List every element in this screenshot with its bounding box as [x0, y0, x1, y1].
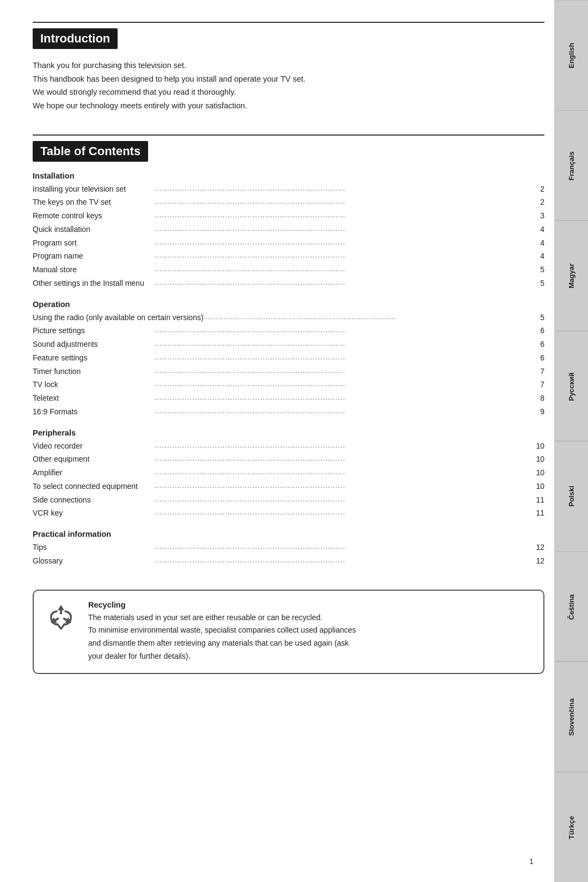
toc-entry-label: Other settings in the Install menu — [33, 277, 152, 290]
toc-section: Table of Contents InstallationInstalling… — [33, 134, 544, 568]
toc-entry-page: 11 — [534, 506, 544, 520]
toc-entry-label: Quick installation — [33, 223, 152, 236]
toc-category-label: Operation — [33, 300, 544, 309]
toc-entry-label: Feature settings — [33, 351, 152, 365]
toc-entry-label: Remote control keys — [33, 209, 152, 223]
toc-entry-label: Teletext — [33, 391, 152, 405]
toc-entry-label: VCR key — [33, 506, 152, 520]
toc-entry-dots: ........................................… — [155, 351, 531, 364]
toc-entry-label: 16:9 Formats — [33, 405, 152, 419]
toc-entry-dots: ........................................… — [155, 182, 531, 195]
toc-entry-page: 4 — [534, 249, 544, 263]
lang-tab-čeština[interactable]: Čeština — [554, 552, 588, 662]
toc-entry: Amplifier ..............................… — [33, 466, 544, 480]
page-number: 1 — [529, 857, 534, 866]
toc-entry: Quick installation .....................… — [33, 223, 544, 236]
lang-tab-русский[interactable]: Русский — [554, 331, 588, 442]
toc-entry-label: To select connected equipment — [33, 480, 152, 493]
toc-entry: Other equipment ........................… — [33, 452, 544, 466]
toc-entry-page: 7 — [534, 365, 544, 378]
toc-entry: Manual store ...........................… — [33, 263, 544, 277]
toc-entry-page: 7 — [534, 378, 544, 391]
toc-entry-page: 6 — [534, 338, 544, 351]
toc-entry: Teletext ...............................… — [33, 391, 544, 405]
toc-entry-page: 6 — [534, 351, 544, 365]
intro-section: Introduction Thank you for purchasing th… — [33, 22, 544, 113]
recycling-line: and dismantle them after retrieving any … — [88, 637, 356, 650]
toc-entry-page: 9 — [534, 405, 544, 419]
toc-entry-page: 5 — [534, 263, 544, 277]
toc-entry-dots: ........................................… — [155, 209, 531, 222]
toc-entry-dots: ........................................… — [155, 324, 531, 336]
toc-entry-label: Using the radio (only available on certa… — [33, 311, 204, 324]
toc-category: OperationUsing the radio (only available… — [33, 300, 544, 419]
toc-entry: To select connected equipment ..........… — [33, 480, 544, 493]
toc-entry-label: Program name — [33, 249, 152, 263]
toc-entry: Program sort ...........................… — [33, 236, 544, 250]
toc-entry: Feature settings .......................… — [33, 351, 544, 365]
toc-entry-dots: ........................................… — [155, 480, 531, 492]
toc-entry-dots: ........................................… — [155, 506, 531, 519]
toc-category: Practical informationTips ..............… — [33, 530, 544, 568]
toc-entry-dots: ........................................… — [155, 466, 531, 479]
toc-entry-dots: ........................................… — [155, 223, 531, 235]
toc-entry-label: Video recorder — [33, 439, 152, 453]
toc-entry-page: 10 — [534, 466, 544, 480]
toc-entry-label: Glossary — [33, 554, 152, 568]
intro-line: We hope our technology meets entirely wi… — [33, 99, 544, 113]
toc-category: PeripheralsVideo recorder ..............… — [33, 428, 544, 520]
lang-tab-français[interactable]: Français — [554, 111, 588, 221]
toc-entry-page: 10 — [534, 439, 544, 453]
lang-tab-english[interactable]: English — [554, 0, 588, 111]
toc-entry-page: 5 — [534, 311, 544, 324]
toc-entry-dots: ........................................… — [155, 405, 531, 418]
toc-entry-dots: ........................................… — [155, 541, 531, 553]
recycling-content: Recycling The materials used in your set… — [88, 601, 356, 663]
lang-tab-türkçe[interactable]: Türkçe — [554, 772, 588, 883]
toc-entry-page: 4 — [534, 236, 544, 250]
toc-entry-dots: ........................................… — [155, 338, 531, 350]
recycle-icon — [45, 601, 77, 633]
toc-entry-dots: ........................................… — [155, 263, 531, 275]
toc-entry-page: 6 — [534, 324, 544, 338]
toc-entry-label: Picture settings — [33, 324, 152, 338]
toc-title-bar: Table of Contents — [33, 134, 544, 162]
toc-body: InstallationInstalling your television s… — [33, 171, 544, 568]
toc-entry-dots: ........................................… — [155, 365, 531, 377]
toc-entry-page: 2 — [534, 182, 544, 196]
toc-entry-page: 4 — [534, 223, 544, 236]
toc-entry-label: Installing your television set — [33, 182, 152, 196]
toc-entry: Program name ...........................… — [33, 249, 544, 263]
toc-category-label: Practical information — [33, 530, 544, 538]
toc-entry: Picture settings .......................… — [33, 324, 544, 338]
toc-entry-page: 8 — [534, 391, 544, 405]
toc-entry-dots: ........................................… — [206, 311, 531, 323]
toc-entry-page: 3 — [534, 209, 544, 223]
toc-entry-page: 12 — [534, 541, 544, 554]
toc-entry: TV lock ................................… — [33, 378, 544, 391]
recycling-title: Recycling — [88, 601, 356, 609]
toc-entry-dots: ........................................… — [155, 378, 531, 390]
toc-entry-page: 2 — [534, 195, 544, 209]
toc-entry-dots: ........................................… — [155, 493, 531, 506]
main-content: Introduction Thank you for purchasing th… — [33, 0, 544, 696]
recycling-line: The materials used in your set are eithe… — [88, 611, 356, 624]
intro-line: Thank you for purchasing this television… — [33, 59, 544, 72]
lang-tab-magyar[interactable]: Magyar — [554, 220, 588, 331]
toc-entry-label: Other equipment — [33, 452, 152, 466]
toc-category: InstallationInstalling your television s… — [33, 171, 544, 290]
toc-entry: VCR key ................................… — [33, 506, 544, 520]
toc-entry-dots: ........................................… — [155, 439, 531, 452]
recycling-box: Recycling The materials used in your set… — [33, 590, 544, 674]
recycling-line: To minimise environmental waste, special… — [88, 624, 356, 637]
intro-heading: Introduction — [33, 28, 118, 49]
intro-text-block: Thank you for purchasing this television… — [33, 59, 544, 113]
lang-tab-polski[interactable]: Polski — [554, 441, 588, 552]
toc-entry-page: 5 — [534, 277, 544, 290]
intro-line: We would strongly recommend that you rea… — [33, 85, 544, 99]
language-sidebar: EnglishFrançaisMagyarРусскийPolskiČeštin… — [554, 0, 588, 882]
toc-entry-label: Tips — [33, 541, 152, 554]
toc-entry: Remote control keys ....................… — [33, 209, 544, 223]
lang-tab-slovenčina[interactable]: Slovenčina — [554, 661, 588, 772]
toc-entry-label: Amplifier — [33, 466, 152, 480]
